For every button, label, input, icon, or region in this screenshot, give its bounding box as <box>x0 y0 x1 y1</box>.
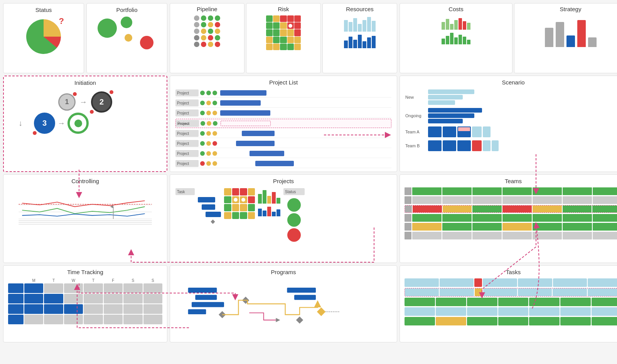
initiation-card: Initiation 1 → 2 ↓ 3 → <box>3 76 167 172</box>
teams-grid <box>403 186 617 241</box>
proj-row-7: Project <box>175 149 391 158</box>
costs-card: Costs <box>400 3 512 73</box>
svg-rect-14 <box>287 288 316 293</box>
node-2-dot-top <box>110 90 113 94</box>
strategy-title: Strategy <box>560 6 582 12</box>
projects-title: Projects <box>173 178 394 184</box>
scenario-card: Scenario New Ongoing <box>400 76 617 172</box>
portfolio-card: Portfolio <box>86 3 167 73</box>
project-list-title: Project List <box>173 79 394 86</box>
proj-row-5: Project <box>175 129 391 138</box>
portfolio-title: Portfolio <box>90 7 164 13</box>
projects-cost-bars <box>258 188 280 216</box>
teams-title: Teams <box>403 178 617 184</box>
node-1-dot <box>73 92 77 96</box>
project-list-rows: Project Project Project <box>173 87 394 171</box>
initiation-diagram: 1 → 2 <box>7 88 164 116</box>
timetracking-card: Time Tracking M T W T F S S <box>3 265 167 342</box>
svg-rect-10 <box>192 302 224 307</box>
svg-rect-11 <box>188 309 206 314</box>
risk-title: Risk <box>278 6 289 12</box>
top-right-charts: Costs <box>400 3 617 73</box>
pipeline-card: Pipeline <box>170 3 244 73</box>
node-4-ring <box>67 113 89 134</box>
pipeline-title: Pipeline <box>197 6 217 12</box>
bubble-medium-red <box>140 36 153 49</box>
costs-title: Costs <box>448 6 463 12</box>
projects-card: Projects Task <box>170 174 397 263</box>
svg-rect-15 <box>294 295 316 300</box>
scenario-title: Scenario <box>403 79 617 86</box>
proj-row-2: Project <box>175 99 391 108</box>
bubble-large-green <box>98 19 117 38</box>
strategy-card: Strategy <box>514 3 617 73</box>
proj-row-1: Project <box>175 89 391 98</box>
risk-card: Risk <box>246 3 321 73</box>
controlling-title: Controlling <box>7 178 164 184</box>
proj-row-3: Project <box>175 109 391 118</box>
node-1: 1 <box>58 93 76 111</box>
controlling-chart <box>7 187 164 226</box>
scenario-row-teama: Team A <box>405 126 617 137</box>
scenario-label-teama: Team A <box>405 130 427 134</box>
projects-content: Task <box>173 186 394 244</box>
node-2-dot-bottom <box>90 110 94 114</box>
status-title: Status <box>7 7 81 13</box>
scenario-row-teamb: Team B <box>405 140 617 151</box>
portfolio-bubbles <box>90 15 164 53</box>
scenario-rows: New Ongoing Team A <box>403 87 617 153</box>
proj-row-8: Project <box>175 159 391 168</box>
scenario-label-new: New <box>405 95 427 99</box>
svg-marker-16 <box>317 307 325 316</box>
risk-heatmap <box>266 15 301 50</box>
projects-status-dots: Status <box>283 188 305 242</box>
status-question-mark: ? <box>59 16 64 26</box>
status-card: Status ? <box>3 3 84 73</box>
bubble-medium-green <box>121 17 132 28</box>
scenario-row-ongoing: Ongoing <box>405 108 617 123</box>
initiation-title: Initiation <box>7 79 164 86</box>
top-middle-charts: Pipeline <box>170 3 397 73</box>
timetracking-grid: M T W T F S S <box>7 277 164 326</box>
controlling-card: Controlling <box>3 174 167 263</box>
proj-row-4: Project <box>175 119 391 128</box>
programs-card: Programs <box>170 265 397 342</box>
timetracking-title: Time Tracking <box>7 269 164 275</box>
resources-title: Resources <box>346 6 374 12</box>
node-3-dot <box>33 131 37 135</box>
tasks-card: Tasks <box>400 265 617 342</box>
node-2: 2 <box>91 91 112 113</box>
tasks-grid <box>403 277 617 327</box>
projects-risk-grid <box>224 188 255 219</box>
proj-row-6: Project <box>175 139 391 148</box>
programs-title: Programs <box>173 269 394 275</box>
bubble-small-yellow <box>125 34 132 42</box>
resources-card: Resources <box>322 3 397 73</box>
svg-rect-8 <box>188 288 217 293</box>
node-3: 3 <box>34 113 55 134</box>
scenario-label-ongoing: Ongoing <box>405 113 427 118</box>
tasks-title: Tasks <box>403 269 617 275</box>
scenario-row-new: New <box>405 89 617 105</box>
svg-marker-17 <box>296 317 303 324</box>
status-pie-chart: ? <box>26 19 61 54</box>
project-list-card: Project List Project Project Project <box>170 76 397 172</box>
scenario-label-teamb: Team B <box>405 143 427 148</box>
teams-card: Teams <box>400 174 617 263</box>
node-4-inner <box>74 120 82 127</box>
svg-rect-9 <box>195 295 217 300</box>
programs-diagram <box>173 277 394 331</box>
